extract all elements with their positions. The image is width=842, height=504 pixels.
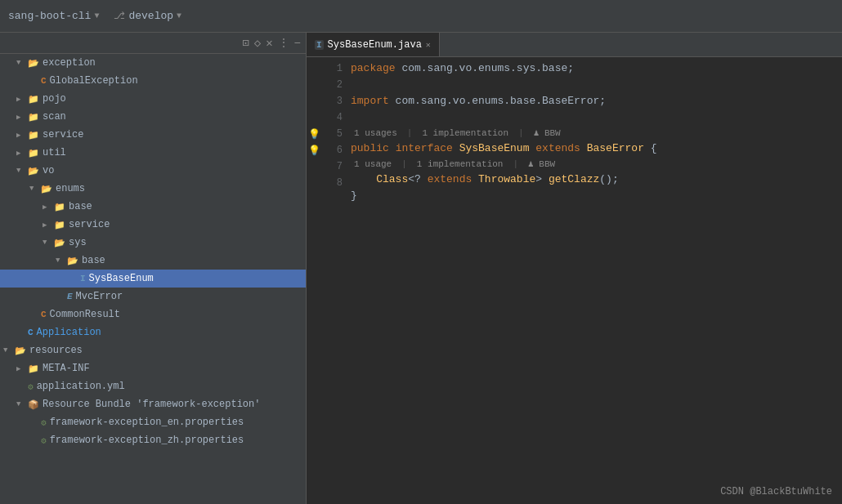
menu-icon[interactable]: ⋮ <box>278 36 289 50</box>
line-number: 7 <box>337 161 343 172</box>
code-token-cls: Throwable <box>478 172 535 188</box>
code-line-5: public interface SysBaseEnum extends Bas… <box>351 140 842 157</box>
tree-arrow: ▶ <box>43 203 54 212</box>
branch-chevron: ▼ <box>177 11 181 20</box>
java-c-icon: C <box>28 328 34 337</box>
project-label: sang-boot-cli <box>8 10 91 22</box>
code-line-8 <box>351 204 842 221</box>
tree-item-application[interactable]: CApplication <box>0 323 306 341</box>
close-icon[interactable]: ✕ <box>266 36 272 50</box>
project-name[interactable]: sang-boot-cli ▼ <box>8 10 99 22</box>
sidebar: ⊡ ◇ ✕ ⋮ − ▼📂exceptionCGlobalException▶📁p… <box>0 33 307 504</box>
line-number: 6 <box>337 145 343 156</box>
tab-bar: I SysBaseEnum.java ✕ <box>307 33 842 57</box>
tree-item-service[interactable]: ▶📁service <box>0 216 306 234</box>
properties-icon: ⚙ <box>41 435 47 446</box>
tree-item-base[interactable]: ▼📂base <box>0 252 306 270</box>
tree-item-enums[interactable]: ▼📂enums <box>0 180 306 198</box>
tree-item-util[interactable]: ▶📁util <box>0 144 306 162</box>
lens-item[interactable]: ♟ BBW <box>528 156 555 172</box>
java-c-icon: C <box>41 310 47 319</box>
lens-item[interactable]: 1 implementation <box>422 125 508 141</box>
gutter-hint-icon: 💡 <box>308 145 320 157</box>
tree-item-mvcerror[interactable]: EMvcError <box>0 288 306 306</box>
tree-arrow: ▼ <box>3 346 15 355</box>
tree-label: Application <box>37 327 101 338</box>
tree-item-scan[interactable]: ▶📁scan <box>0 108 306 126</box>
tab-label: SysBaseEnum.java <box>328 39 422 51</box>
tree-arrow: ▼ <box>43 239 54 247</box>
tree-label: framework-exception_en.properties <box>50 417 244 428</box>
tree-item-commonresult[interactable]: CCommonResult <box>0 306 306 323</box>
main-area: ⊡ ◇ ✕ ⋮ − ▼📂exceptionCGlobalException▶📁p… <box>0 33 842 504</box>
folder-icon: 📂 <box>28 58 39 69</box>
code-plain <box>529 140 535 157</box>
tree-arrow: ▶ <box>16 149 28 158</box>
tree-item-resources[interactable]: ▼📂resources <box>0 341 306 359</box>
tree-label: META-INF <box>43 363 90 374</box>
tree-arrow: ▼ <box>29 185 41 193</box>
line-number: 3 <box>337 96 343 107</box>
code-plain <box>453 140 459 157</box>
code-plain <box>351 172 376 188</box>
tree-arrow: ▼ <box>16 400 28 408</box>
code-token-kw: package <box>351 60 396 77</box>
code-token-cls: SysBaseEnum <box>459 140 530 157</box>
code-token-cls: BaseError <box>587 140 644 157</box>
tree-item-sysbaseenum[interactable]: ISysBaseEnum <box>0 270 306 288</box>
sidebar-toolbar: ⊡ ◇ ✕ ⋮ − <box>0 33 306 54</box>
tree-arrow: ▶ <box>16 131 28 140</box>
lens-item[interactable]: 1 implementation <box>417 156 504 172</box>
tree-item-resource_bundle__framework_exception_[interactable]: ▼📦Resource Bundle 'framework-exception' <box>0 395 306 413</box>
tree-item-base[interactable]: ▶📁base <box>0 198 306 216</box>
tree-item-application_yml[interactable]: ⚙application.yml <box>0 377 306 395</box>
code-token-kw: extends <box>535 140 580 157</box>
tree-item-pojo[interactable]: ▶📁pojo <box>0 90 306 108</box>
tree-item-sys[interactable]: ▼📂sys <box>0 234 306 252</box>
code-token-pkg: com.sang.vo.enums.base.BaseError; <box>389 93 606 109</box>
tree-item-service[interactable]: ▶📁service <box>0 126 306 144</box>
tree-label: scan <box>43 111 66 123</box>
code-line-6: Class<? extends Throwable> getClazz(); <box>351 172 842 188</box>
code-line-4 <box>351 109 842 126</box>
gutter-line-8: 8 <box>307 175 347 191</box>
lens-item[interactable]: 1 usage <box>354 156 392 172</box>
code-line-1: package com.sang.vo.enums.sys.base; <box>351 60 842 77</box>
collapse-icon[interactable]: ⊡ <box>242 36 249 50</box>
lens-item[interactable]: ♟ BBW <box>534 125 561 141</box>
tree-label: framework-exception_zh.properties <box>50 435 244 446</box>
tree-item-vo[interactable]: ▼📂vo <box>0 162 306 180</box>
tree-item-framework_exception_en_properties[interactable]: ⚙framework-exception_en.properties <box>0 413 306 431</box>
tab-sybaseenum[interactable]: I SysBaseEnum.java ✕ <box>307 33 440 56</box>
tree-item-globalexception[interactable]: CGlobalException <box>0 72 306 90</box>
code-plain <box>580 140 587 157</box>
code-token-kw: import <box>351 93 389 109</box>
tree-label: application.yml <box>37 381 125 392</box>
folder-icon: 📁 <box>28 364 39 374</box>
gutter-line-5: 💡5 <box>307 126 347 142</box>
code-line-3: import com.sang.vo.enums.base.BaseError; <box>351 93 842 109</box>
locate-icon[interactable]: ◇ <box>254 36 261 50</box>
code-content[interactable]: package com.sang.vo.enums.sys.base; impo… <box>347 60 842 501</box>
lens-item[interactable]: 1 usages <box>354 125 397 141</box>
tab-close-button[interactable]: ✕ <box>426 40 431 50</box>
tree-label: Resource Bundle 'framework-exception' <box>43 399 260 410</box>
tree-item-framework_exception_zh_properties[interactable]: ⚙framework-exception_zh.properties <box>0 431 306 449</box>
minimize-icon[interactable]: − <box>294 37 301 50</box>
gutter-line-2: 2 <box>307 77 347 93</box>
code-plain: (); <box>599 172 618 188</box>
code-plain <box>472 172 478 188</box>
line-number: 2 <box>337 79 343 91</box>
tree-label: resources <box>29 345 83 356</box>
line-gutter: 1234💡5💡678 <box>307 60 347 501</box>
gutter-line-3: 3 <box>307 93 347 109</box>
code-plain: <? <box>408 172 427 188</box>
tree-label: GlobalException <box>50 75 138 87</box>
tree-item-meta_inf[interactable]: ▶📁META-INF <box>0 359 306 377</box>
tree-arrow: ▶ <box>43 221 54 230</box>
code-area: 1234💡5💡678 package com.sang.vo.enums.sys… <box>307 57 842 504</box>
branch-icon: ⎇ <box>114 10 125 22</box>
tree-item-exception[interactable]: ▼📂exception <box>0 54 306 72</box>
tree-label: MvcError <box>76 291 123 302</box>
branch-name[interactable]: ⎇ develop ▼ <box>114 10 181 22</box>
